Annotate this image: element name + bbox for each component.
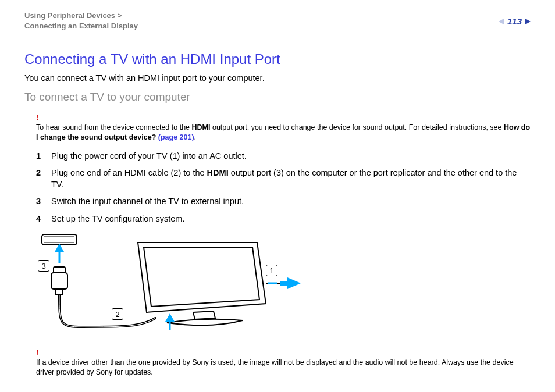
svg-rect-7 [280,281,289,286]
step-text: Plug the power cord of your TV (1) into … [51,151,531,162]
page-link[interactable]: (page 201) [158,133,194,141]
content-block: ! To hear sound from the device connecte… [24,113,531,377]
step-1: 1 Plug the power cord of your TV (1) int… [36,151,531,162]
page-title: Connecting a TV with an HDMI Input Port [24,51,531,67]
svg-rect-2 [54,267,65,273]
next-page-icon[interactable] [525,19,531,24]
lead-text: You can connect a TV with an HDMI input … [24,73,531,83]
svg-rect-3 [51,273,67,289]
note-text-pre: To hear sound from the device connected … [36,123,192,131]
breadcrumb-line1: Using Peripheral Devices [24,11,115,20]
svg-marker-5 [165,313,175,322]
step-text: Set up the TV configuration system. [51,213,531,225]
step-number: 2 [36,168,51,190]
illustration: 3 2 1 [36,231,304,341]
step-number: 1 [36,151,51,162]
callout-1: 1 [266,265,278,276]
callout-3: 3 [38,260,49,272]
note-text-mid: output port, you need to change the devi… [210,123,504,131]
callout-2: 2 [112,308,123,320]
step-4: 4 Set up the TV configuration system. [36,213,531,225]
note-driver-text: If a device driver other than the one pr… [36,358,514,376]
svg-marker-6 [287,277,301,289]
breadcrumb: Using Peripheral Devices > Connecting an… [24,10,531,31]
manual-page: Using Peripheral Devices > Connecting an… [0,0,555,392]
page-number: 113 [507,16,522,26]
note-driver: ! If a device driver other than the one … [36,348,531,378]
note-hdmi: HDMI [192,123,211,131]
step-number: 3 [36,196,51,208]
svg-rect-0 [42,234,77,245]
step-2: 2 Plug one end of an HDMI cable (2) to t… [36,168,531,190]
warning-icon: ! [36,113,38,122]
step-text: Plug one end of an HDMI cable (2) to the… [51,168,531,190]
step-3: 3 Switch the input channel of the TV to … [36,196,531,208]
note-sound: ! To hear sound from the device connecte… [36,113,531,142]
step-number: 4 [36,213,51,225]
breadcrumb-line2: Connecting an External Display [24,22,138,30]
page-number-nav: 113 [499,16,531,26]
chevron-icon: > [118,11,122,20]
step-text: Switch the input channel of the TV to ex… [51,196,531,208]
header-rule [24,37,531,37]
prev-page-icon[interactable] [499,19,504,24]
note-text-post: . [194,133,196,141]
warning-icon: ! [36,349,38,357]
subheading: To connect a TV to your computer [24,91,531,104]
